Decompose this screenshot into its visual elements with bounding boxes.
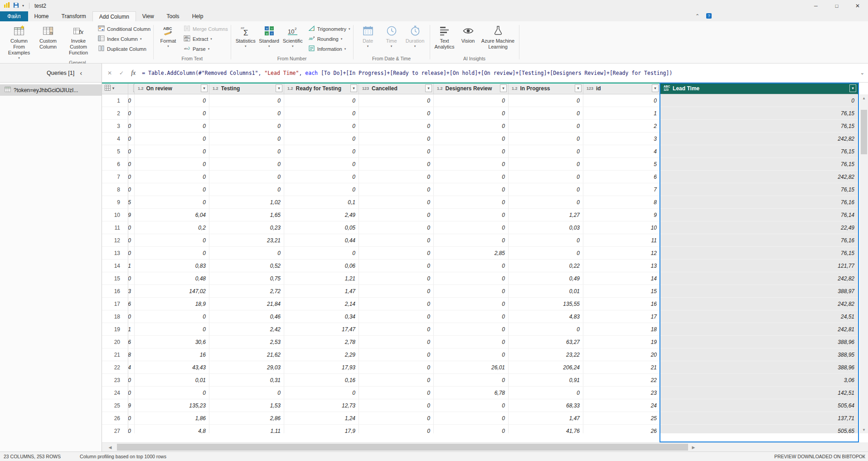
cell[interactable]: 242,81 <box>660 323 858 336</box>
row-number[interactable]: 16 <box>102 285 128 298</box>
information-button[interactable]: Information ▾ <box>308 45 350 53</box>
cell[interactable]: 1,47 <box>284 285 359 298</box>
cell[interactable]: 0 <box>434 374 509 387</box>
cell[interactable]: 0 <box>135 171 209 183</box>
cell[interactable]: 76,15 <box>660 158 858 171</box>
cell[interactable]: 12 <box>583 247 660 260</box>
column-type-icon[interactable]: 123 <box>362 86 369 91</box>
cell[interactable]: 5 <box>583 158 660 171</box>
cell[interactable]: 2 <box>583 120 660 132</box>
cell[interactable]: 17,93 <box>284 361 359 374</box>
cell[interactable]: 0 <box>434 298 509 310</box>
cell[interactable]: 18,9 <box>135 298 209 310</box>
cell[interactable]: 0 <box>434 196 509 209</box>
cell[interactable]: 6,04 <box>135 209 209 221</box>
cell[interactable]: 242,82 <box>660 298 858 310</box>
cell[interactable]: 121,77 <box>660 260 858 272</box>
row-number[interactable]: 21 <box>102 348 128 361</box>
cell[interactable]: 10 <box>583 221 660 234</box>
column-header-partial[interactable]: ▾ <box>128 83 135 94</box>
cell[interactable]: 76,15 <box>660 247 858 260</box>
collapse-pane-icon[interactable]: ‹ <box>80 69 82 77</box>
cell[interactable]: 0 <box>434 209 509 221</box>
cell[interactable]: 0 <box>359 425 434 433</box>
cell[interactable]: 242,82 <box>660 132 858 145</box>
cell[interactable]: 0 <box>359 323 434 336</box>
help-icon[interactable]: ? <box>706 13 712 19</box>
cell[interactable]: 0 <box>434 171 509 183</box>
cell[interactable]: 0 <box>434 285 509 298</box>
vision-button[interactable]: Vision <box>456 23 480 44</box>
cell[interactable]: 0 <box>509 158 583 171</box>
cell[interactable]: 0 <box>209 120 284 132</box>
cancel-icon[interactable]: ✕ <box>107 70 112 76</box>
cell[interactable]: 0,34 <box>284 310 359 323</box>
cell[interactable]: 0 <box>128 425 135 433</box>
cell[interactable]: 63,27 <box>509 336 583 348</box>
cell[interactable]: 0 <box>583 94 660 107</box>
row-number[interactable]: 24 <box>102 387 128 399</box>
cell[interactable]: 0 <box>135 310 209 323</box>
close-button[interactable]: ✕ <box>847 0 868 11</box>
cell[interactable]: 0 <box>128 183 135 196</box>
cell[interactable]: 76,15 <box>660 183 858 196</box>
date-button[interactable]: Date ▾ <box>356 23 380 48</box>
column-from-examples-button[interactable]: Column From Examples ▾ <box>5 23 34 60</box>
cell[interactable]: 0 <box>359 145 434 158</box>
cell[interactable]: 0 <box>359 247 434 260</box>
cell[interactable]: 0 <box>135 94 209 107</box>
cell[interactable]: 0 <box>434 158 509 171</box>
cell[interactable]: 1,21 <box>284 272 359 285</box>
cell[interactable]: 17,47 <box>284 323 359 336</box>
cell[interactable]: 17,9 <box>284 425 359 433</box>
cell[interactable]: 0 <box>359 374 434 387</box>
formula-text[interactable]: = Table.AddColumn(#"Removed Columns1", "… <box>142 70 857 76</box>
cell[interactable]: 0 <box>359 234 434 247</box>
cell[interactable]: 28 <box>128 348 135 361</box>
caret-down-icon[interactable]: ▾ <box>112 86 114 90</box>
cell[interactable]: 0 <box>284 107 359 120</box>
cell[interactable]: 76,14 <box>660 209 858 221</box>
cell[interactable]: 0,05 <box>284 221 359 234</box>
cell[interactable]: 0 <box>509 196 583 209</box>
cell[interactable]: 21,84 <box>209 298 284 310</box>
time-button[interactable]: Time ▾ <box>380 23 403 48</box>
cell[interactable]: 0 <box>128 158 135 171</box>
cell[interactable]: 1,65 <box>209 209 284 221</box>
azure-machine-learning-button[interactable]: Azure Machine Learning <box>480 23 516 50</box>
cell[interactable]: 0 <box>128 120 135 132</box>
cell[interactable]: 0 <box>434 323 509 336</box>
cell[interactable]: 01 <box>128 260 135 272</box>
cell[interactable]: 0 <box>128 94 135 107</box>
cell[interactable]: 0 <box>135 158 209 171</box>
cell[interactable]: 3,06 <box>660 374 858 387</box>
row-number[interactable]: 9 <box>102 196 128 209</box>
cell[interactable]: 0,75 <box>209 272 284 285</box>
cell[interactable]: 11 <box>583 234 660 247</box>
cell[interactable]: 0,31 <box>209 374 284 387</box>
tab-home[interactable]: Home <box>28 11 55 21</box>
cell[interactable]: 505,65 <box>660 425 858 433</box>
cell[interactable]: 0 <box>135 387 209 399</box>
tab-file[interactable]: Файл <box>0 11 28 21</box>
row-number[interactable]: 2 <box>102 107 128 120</box>
cell[interactable]: 06 <box>128 298 135 310</box>
row-number[interactable]: 18 <box>102 310 128 323</box>
cell[interactable]: 0 <box>359 336 434 348</box>
row-number[interactable]: 27 <box>102 425 128 433</box>
parse-button[interactable]: abc Parse ▾ <box>184 45 228 53</box>
cell[interactable]: 0 <box>284 183 359 196</box>
cell[interactable]: 142,51 <box>660 387 858 399</box>
cell[interactable]: 242,82 <box>660 171 858 183</box>
cell[interactable]: 0 <box>434 412 509 425</box>
row-number[interactable]: 6 <box>102 158 128 171</box>
cell[interactable]: 73 <box>128 285 135 298</box>
cell[interactable]: 0,2 <box>135 221 209 234</box>
cell[interactable]: 0 <box>434 260 509 272</box>
cell[interactable]: 388,97 <box>660 285 858 298</box>
cell[interactable]: 0 <box>135 107 209 120</box>
cell[interactable]: 0 <box>284 247 359 260</box>
cell[interactable]: 0,46 <box>209 310 284 323</box>
rounding-button[interactable]: .00 Rounding ▾ <box>308 35 350 43</box>
formula-expand-icon[interactable]: ⌄ <box>857 70 868 76</box>
